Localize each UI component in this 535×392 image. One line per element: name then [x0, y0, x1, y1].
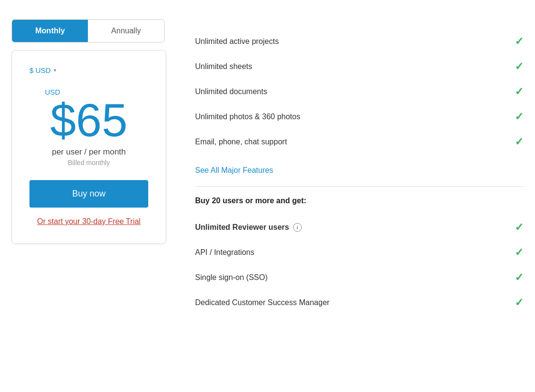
currency-display: $ USD — [29, 66, 51, 74]
left-column: Monthly Annually $ USD ▾ USD $65 per use… — [12, 19, 166, 244]
feature-label: Unlimited sheets — [195, 62, 252, 71]
list-item: Dedicated Customer Success Manager ✓ — [195, 290, 523, 315]
monthly-tab[interactable]: Monthly — [12, 20, 88, 42]
feature-label: API / Integrations — [195, 248, 254, 257]
pricing-card: $ USD ▾ USD $65 per user / per month Bil… — [12, 50, 166, 244]
currency-selector[interactable]: $ USD ▾ — [29, 66, 148, 74]
feature-label: Unlimited Reviewer users i — [195, 223, 302, 232]
check-icon: ✓ — [515, 85, 523, 98]
bulk-heading: Buy 20 users or more and get: — [195, 196, 523, 205]
feature-label: Single sign-on (SSO) — [195, 273, 268, 282]
list-item: Email, phone, chat support ✓ — [195, 129, 523, 154]
list-item: Unlimited documents ✓ — [195, 79, 523, 104]
check-icon: ✓ — [515, 35, 523, 48]
list-item: Unlimited photos & 360 photos ✓ — [195, 104, 523, 129]
check-icon: ✓ — [515, 296, 523, 309]
page-container: Monthly Annually $ USD ▾ USD $65 per use… — [12, 19, 523, 327]
check-icon: ✓ — [515, 271, 523, 284]
feature-label: Email, phone, chat support — [195, 138, 287, 146]
bulk-features-list: Unlimited Reviewer users i ✓ API / Integ… — [195, 215, 523, 315]
check-icon: ✓ — [515, 111, 523, 123]
right-column: Unlimited active projects ✓ Unlimited sh… — [195, 19, 523, 327]
price-value: $65 — [50, 97, 127, 143]
info-icon[interactable]: i — [293, 223, 302, 232]
check-icon: ✓ — [515, 60, 523, 73]
feature-label: Dedicated Customer Success Manager — [195, 298, 329, 307]
check-icon: ✓ — [515, 246, 523, 259]
billing-toggle: Monthly Annually — [12, 19, 165, 42]
divider — [195, 186, 523, 187]
buy-now-button[interactable]: Buy now — [29, 180, 148, 208]
chevron-down-icon: ▾ — [54, 67, 56, 73]
feature-label: Unlimited documents — [195, 87, 267, 96]
feature-label: Unlimited active projects — [195, 37, 279, 46]
bulk-feature-text: Unlimited Reviewer users — [195, 223, 289, 232]
price-area: USD $65 per user / per month Billed mont… — [29, 88, 148, 167]
features-list: Unlimited active projects ✓ Unlimited sh… — [195, 29, 523, 154]
price-period: per user / per month — [29, 147, 148, 157]
see-all-features-link[interactable]: See All Major Features — [195, 166, 523, 175]
annually-tab[interactable]: Annually — [88, 20, 164, 42]
free-trial-link[interactable]: Or start your 30-day Free Trial — [29, 217, 148, 226]
check-icon: ✓ — [515, 136, 523, 148]
list-item: Single sign-on (SSO) ✓ — [195, 265, 523, 290]
list-item: Unlimited active projects ✓ — [195, 29, 523, 54]
feature-label: Unlimited photos & 360 photos — [195, 112, 300, 121]
list-item: Unlimited sheets ✓ — [195, 54, 523, 79]
check-icon: ✓ — [515, 221, 523, 234]
price-main: $65 — [29, 97, 148, 143]
billing-note: Billed monthly — [29, 159, 148, 167]
list-item: API / Integrations ✓ — [195, 240, 523, 265]
list-item: Unlimited Reviewer users i ✓ — [195, 215, 523, 240]
